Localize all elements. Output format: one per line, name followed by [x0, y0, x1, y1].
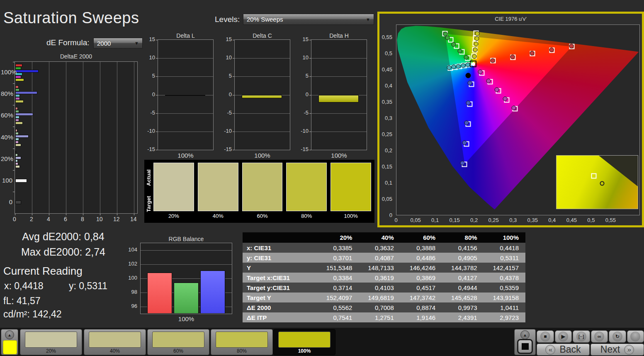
axis-tick-label: 0: [380, 212, 392, 218]
gridline: [235, 113, 290, 114]
deltae-bar-80%: [15, 97, 20, 100]
axis-tick-label: -5: [143, 110, 155, 116]
blank-button[interactable]: [627, 330, 644, 343]
patch-card-80%[interactable]: 80%: [211, 329, 273, 355]
continuous-button[interactable]: ∞: [591, 330, 608, 343]
patch-card-60%[interactable]: 60%: [147, 329, 209, 355]
axis-tick-label: 0,4: [380, 83, 392, 89]
table-cell: 151,5348: [317, 264, 359, 271]
table-cell: 1,9146: [401, 314, 442, 321]
deltae-bar-60%: [15, 110, 19, 113]
gridline: [158, 58, 213, 59]
de-formula-label: dE Formula:: [46, 38, 89, 47]
axis-tick-label: 6: [64, 216, 67, 222]
measured-marker-green: [451, 42, 456, 47]
deltae-bar-20%: [15, 154, 18, 156]
axis-tick-label: 0,55: [380, 34, 392, 40]
table-cell: 0,7008: [359, 304, 400, 311]
table-cell: 146,4246: [401, 264, 442, 271]
deltae-bar-80%: [15, 85, 19, 88]
swatch-item: 40%: [198, 163, 238, 219]
small-chart-title: Delta L: [158, 32, 214, 39]
table-cell: 0,3619: [359, 274, 400, 281]
swatch-label: 80%: [286, 213, 327, 219]
table-row-label: ΔE ITP: [243, 314, 317, 321]
tick-mark: [15, 214, 15, 215]
axis-tick-label: 0,45: [566, 217, 577, 223]
category-label: 100: [1, 177, 12, 184]
tick-mark: [117, 214, 117, 215]
color-swatch-60%: [242, 163, 283, 211]
current-cdm2: cd/m²: 142,42: [3, 309, 62, 320]
tick-mark: [233, 113, 234, 114]
table-cell: 0,4418: [484, 244, 525, 251]
tick-mark: [309, 58, 311, 59]
collapse-up-button[interactable]: ▲: [5, 330, 14, 339]
rgb-x-label: 100%: [140, 315, 232, 322]
continuous-icon: ∞: [594, 332, 604, 341]
levels-dropdown[interactable]: 20% Sweeps ▼: [243, 14, 374, 25]
gridline: [158, 76, 213, 77]
pattern-window-card: ▲: [514, 329, 536, 355]
table-cell: 0,3888: [401, 244, 442, 251]
tick-mark: [156, 150, 158, 150]
table-cell: 0,5359: [484, 284, 525, 291]
current-x: x: 0,4418: [4, 280, 44, 292]
deltae-x-labels: 02468101214: [1, 216, 140, 224]
refresh-button[interactable]: ↻: [609, 330, 626, 343]
patch-label: 80%: [211, 348, 272, 354]
table-row-label: ΔE 2000: [243, 304, 317, 311]
axis-tick-label: 0,3: [509, 217, 517, 223]
axis-tick-label: 0: [394, 217, 397, 223]
tick-mark: [309, 132, 311, 132]
axis-tick-label: 8: [81, 216, 84, 222]
table-cell: 148,7133: [359, 264, 400, 271]
axis-tick-label: 0,05: [410, 217, 420, 223]
table-cell: 142,4157: [484, 264, 525, 271]
collapse-up-button[interactable]: ▲: [520, 330, 530, 339]
cie-zoom-inset: [556, 155, 638, 209]
blank-icon: [630, 332, 640, 341]
measured-marker-cyan: [447, 66, 452, 70]
back-button[interactable]: « Back: [537, 344, 590, 356]
measured-marker-cyan: [452, 65, 456, 69]
patch-label: 40%: [84, 348, 146, 354]
patch-card-40%[interactable]: 40%: [84, 329, 146, 355]
axis-tick-label: -10: [143, 128, 155, 134]
swatch-label: 60%: [242, 213, 283, 219]
series-measure-button[interactable]: [··]: [573, 330, 590, 343]
measured-marker-magenta: [503, 96, 508, 101]
next-arrow-icon: »: [624, 345, 634, 355]
gridline: [311, 58, 367, 59]
small-chart-x-label: 100%: [311, 152, 367, 159]
tick-mark: [156, 113, 158, 114]
axis-tick-label: 10: [220, 54, 232, 61]
patch-card-100%[interactable]: 100%: [273, 329, 335, 355]
deltae-bar-0: [15, 200, 21, 204]
measured-marker-yellow: [474, 36, 479, 41]
axis-tick-label: 98: [125, 289, 137, 295]
table-cell: 152,4097: [317, 294, 359, 301]
gridline: [134, 62, 134, 213]
chevron-down-icon: ▼: [134, 41, 139, 46]
rgb-bar-blue: [200, 271, 225, 314]
table-cell: 0,3632: [359, 244, 400, 251]
next-button[interactable]: Next »: [591, 344, 644, 356]
pattern-window-button[interactable]: [517, 339, 533, 354]
play-button[interactable]: ▶: [555, 330, 572, 343]
deltae-bar-100: [15, 179, 27, 183]
table-row-label: Target Y: [243, 294, 317, 301]
category-label: 80%: [1, 90, 12, 97]
small-plot-area: [234, 39, 290, 150]
white-point-marker: [470, 61, 476, 67]
swatch-label: 40%: [198, 213, 238, 219]
swatch-label: 100%: [331, 213, 371, 219]
stop-button[interactable]: ■: [537, 330, 554, 343]
patch-card-20%[interactable]: 20%: [20, 329, 82, 355]
gridline: [158, 132, 213, 132]
de-formula-dropdown[interactable]: 2000 ▼: [93, 38, 143, 49]
measured-marker-yellow: [475, 31, 480, 36]
tick-mark: [83, 214, 83, 215]
table-row: ΔE ITP0,75411,27511,91462,43912,9723: [243, 312, 525, 322]
tick-mark: [309, 76, 311, 77]
